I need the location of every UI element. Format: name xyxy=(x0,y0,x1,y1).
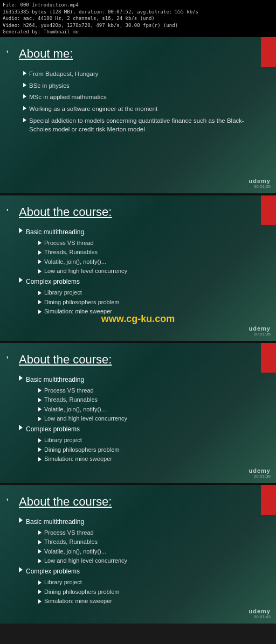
bullet-icon xyxy=(23,71,26,75)
item-text: Library project xyxy=(44,289,82,297)
item-text: Threads, Runnables xyxy=(44,248,98,256)
list-item: Special addiction to models concerning q… xyxy=(23,116,265,134)
about-course-title-1: About the course: xyxy=(19,205,265,219)
red-corner-4 xyxy=(261,485,276,515)
bullet-icon xyxy=(38,447,42,452)
bullet-icon xyxy=(23,106,26,110)
list-item: Low and high level concurrency xyxy=(38,415,265,423)
about-me-panel: ' About me: From Budapest, Hungary BSc i… xyxy=(0,37,276,193)
item-text: Low and high level concurrency xyxy=(44,267,127,275)
bullet-icon xyxy=(38,417,42,421)
list-item: MSc in applied mathematics xyxy=(23,93,265,102)
left-tick-4: ' xyxy=(6,497,8,506)
about-course-content-2: Basic multithreading Process VS thread T… xyxy=(19,375,265,463)
list-item: Complex problems xyxy=(19,277,265,286)
item-text: Complex problems xyxy=(26,567,80,576)
about-course-title-3: About the course: xyxy=(19,495,265,509)
item-text: Dining philosophers problem xyxy=(44,298,119,306)
udemy-watermark-2: udemy 00:01:35 xyxy=(249,325,271,337)
udemy-time-1: 00:01:35 xyxy=(254,184,271,189)
list-item: Volatile, join(), notify()... xyxy=(38,258,265,266)
bullet-icon xyxy=(19,277,23,283)
list-item: Library project xyxy=(38,436,265,444)
item-text: Volatile, join(), notify()... xyxy=(44,258,106,266)
cgku-text: www.cg-ku.com xyxy=(101,313,175,324)
bullet-icon xyxy=(38,241,42,245)
left-tick-2: ' xyxy=(6,207,8,216)
list-item: Simulation: mine sweeper xyxy=(38,597,265,605)
udemy-time-2: 00:01:35 xyxy=(254,332,271,337)
udemy-label-3: udemy xyxy=(249,467,271,474)
list-item: Basic multithreading xyxy=(19,228,265,237)
list-item: Volatile, join(), notify()... xyxy=(38,405,265,414)
bullet-icon xyxy=(38,250,42,255)
about-course-title-2: About the course: xyxy=(19,353,265,367)
red-corner-3 xyxy=(261,343,276,373)
bullet-icon xyxy=(38,269,42,274)
left-tick-1: ' xyxy=(6,49,8,58)
about-me-title: About me: xyxy=(19,47,265,61)
item-text: Basic multithreading xyxy=(26,228,84,237)
item-text: From Budapest, Hungary xyxy=(29,69,98,79)
item-text: Special addiction to models concerning q… xyxy=(29,116,265,134)
item-text: Threads, Runnables xyxy=(44,538,98,546)
udemy-time-3: 00:01:38 xyxy=(254,474,271,479)
item-text: Simulation: mine sweeper xyxy=(44,597,112,605)
about-course-content-3: Basic multithreading Process VS thread T… xyxy=(19,517,265,605)
item-text: Threads, Runnables xyxy=(44,396,98,404)
about-course-content-1: Basic multithreading Process VS thread T… xyxy=(19,228,265,316)
file-info-line4: Video: h264, yuv420p, 1278x720, 497 kb/s… xyxy=(3,22,273,29)
bullet-icon xyxy=(38,300,42,304)
item-text: Process VS thread xyxy=(44,529,94,537)
list-item: Low and high level concurrency xyxy=(38,557,265,565)
file-info-line1: File: 000 Introduction.mp4 xyxy=(3,2,273,9)
sub-list-4: Library project Dining philosophers prob… xyxy=(29,436,265,463)
cgku-overlay: www.cg-ku.com xyxy=(0,313,276,325)
item-text: Low and high level concurrency xyxy=(44,415,127,423)
list-item: BSc in physics xyxy=(23,81,265,90)
item-text: Library project xyxy=(44,578,82,586)
bullet-icon xyxy=(23,118,26,122)
item-text: Dining philosophers problem xyxy=(44,446,119,454)
list-item: Threads, Runnables xyxy=(38,538,265,546)
bullet-icon xyxy=(38,260,42,264)
list-item: From Budapest, Hungary xyxy=(23,69,265,79)
list-item: Dining philosophers problem xyxy=(38,446,265,454)
list-item: Threads, Runnables xyxy=(38,248,265,256)
list-item: Simulation: mine sweeper xyxy=(38,455,265,463)
udemy-label-2: udemy xyxy=(249,325,271,332)
item-text: Library project xyxy=(44,436,82,444)
bullet-icon xyxy=(19,375,23,381)
item-text: Basic multithreading xyxy=(26,517,84,527)
item-text: MSc in applied mathematics xyxy=(29,93,107,102)
file-info-line3: Audio: aac, 44100 Hz, 2 channels, s16, 2… xyxy=(3,15,273,22)
sub-list-1: Process VS thread Threads, Runnables Vol… xyxy=(29,239,265,276)
item-text: Simulation: mine sweeper xyxy=(44,455,112,463)
list-item: Process VS thread xyxy=(38,529,265,537)
list-item: Process VS thread xyxy=(38,387,265,395)
bullet-icon xyxy=(38,438,42,443)
list-item: Process VS thread xyxy=(38,239,265,247)
item-text: Process VS thread xyxy=(44,239,94,247)
bullet-icon xyxy=(38,549,42,554)
about-course-panel-2: ' About the course: Basic multithreading… xyxy=(0,343,276,483)
item-text: Working as a software engineer at the mo… xyxy=(29,104,157,114)
item-text: Low and high level concurrency xyxy=(44,557,127,565)
item-text: Complex problems xyxy=(26,425,80,434)
bullet-icon xyxy=(38,530,42,535)
list-item: Basic multithreading xyxy=(19,375,265,384)
file-info-line5: Generated by: Thumbnail me xyxy=(3,29,273,36)
list-item: Complex problems xyxy=(19,567,265,576)
item-text: Volatile, join(), notify()... xyxy=(44,405,106,414)
list-item: Dining philosophers problem xyxy=(38,588,265,596)
bullet-icon xyxy=(38,599,42,604)
list-item: Complex problems xyxy=(19,425,265,434)
left-tick-3: ' xyxy=(6,355,8,363)
list-item: Low and high level concurrency xyxy=(38,267,265,275)
udemy-time-4: 00:01:43 xyxy=(254,614,271,619)
bullet-icon xyxy=(19,228,23,233)
bullet-icon xyxy=(19,567,23,572)
about-me-content: From Budapest, Hungary BSc in physics MS… xyxy=(19,69,265,134)
list-item: Working as a software engineer at the mo… xyxy=(23,104,265,114)
sub-list-5: Process VS thread Threads, Runnables Vol… xyxy=(29,529,265,565)
